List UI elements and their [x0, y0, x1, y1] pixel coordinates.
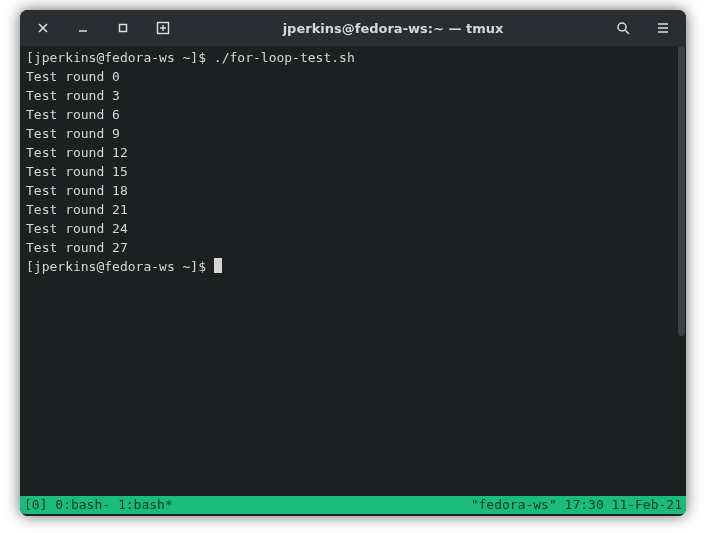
output-line: Test round 15	[26, 162, 680, 181]
maximize-button[interactable]	[106, 15, 140, 41]
entered-command: ./for-loop-test.sh	[214, 50, 355, 65]
output-line: Test round 6	[26, 105, 680, 124]
output-line: Test round 3	[26, 86, 680, 105]
titlebar: jperkins@fedora-ws:~ — tmux	[20, 10, 686, 46]
close-button[interactable]	[26, 15, 60, 41]
svg-rect-0	[120, 25, 127, 32]
output-line: Test round 12	[26, 143, 680, 162]
new-tab-button[interactable]	[146, 15, 180, 41]
output-line: Test round 18	[26, 181, 680, 200]
scrollbar[interactable]	[678, 46, 685, 336]
svg-point-2	[618, 23, 626, 31]
new-tab-icon	[156, 21, 170, 35]
output-line: Test round 24	[26, 219, 680, 238]
maximize-icon	[118, 23, 128, 33]
close-icon	[38, 23, 48, 33]
menu-button[interactable]	[646, 15, 680, 41]
search-button[interactable]	[606, 15, 640, 41]
cursor	[214, 258, 222, 273]
minimize-icon	[78, 23, 88, 33]
window-title: jperkins@fedora-ws:~ — tmux	[180, 21, 606, 36]
tmux-status-right: "fedora-ws" 17:30 11-Feb-21	[471, 496, 682, 514]
terminal[interactable]: [jperkins@fedora-ws ~]$ ./for-loop-test.…	[20, 46, 686, 496]
output-line: Test round 27	[26, 238, 680, 257]
terminal-line: [jperkins@fedora-ws ~]$ ./for-loop-test.…	[26, 48, 680, 67]
output-line: Test round 21	[26, 200, 680, 219]
output-line: Test round 0	[26, 67, 680, 86]
tmux-status-left: [0] 0:bash- 1:bash*	[24, 496, 471, 514]
minimize-button[interactable]	[66, 15, 100, 41]
hamburger-icon	[656, 21, 670, 35]
terminal-line: [jperkins@fedora-ws ~]$	[26, 257, 680, 276]
output-line: Test round 9	[26, 124, 680, 143]
shell-prompt: [jperkins@fedora-ws ~]$	[26, 50, 214, 65]
shell-prompt: [jperkins@fedora-ws ~]$	[26, 259, 214, 274]
tmux-status-bar: [0] 0:bash- 1:bash* "fedora-ws" 17:30 11…	[20, 496, 686, 514]
search-icon	[616, 21, 630, 35]
